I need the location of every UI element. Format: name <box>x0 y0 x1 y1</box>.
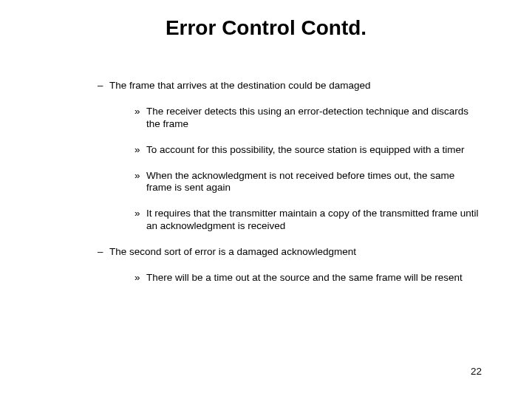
bullet-level2: » There will be a time out at the source… <box>134 272 482 284</box>
bullet-text: It requires that the transmitter maintai… <box>146 208 478 231</box>
bullet-text: There will be a time out at the source a… <box>146 272 463 283</box>
bullet-level1: – The second sort of error is a damaged … <box>98 246 482 284</box>
raquo-icon: » <box>134 170 140 183</box>
dash-icon: – <box>98 246 103 259</box>
raquo-icon: » <box>134 272 140 284</box>
bullet-level2: » It requires that the transmitter maint… <box>134 208 482 233</box>
bullet-text: The frame that arrives at the destinatio… <box>109 80 370 91</box>
slide: Error Control Contd. – The frame that ar… <box>0 0 532 399</box>
bullet-level1: – The frame that arrives at the destinat… <box>98 80 482 233</box>
bullet-text: The receiver detects this using an error… <box>146 106 468 129</box>
bullet-text: When the acknowledgment is not received … <box>146 170 454 194</box>
bullet-text: The second sort of error is a damaged ac… <box>109 246 356 257</box>
dash-icon: – <box>98 80 103 92</box>
slide-title: Error Control Contd. <box>0 16 532 40</box>
raquo-icon: » <box>134 144 140 157</box>
bullet-level2: » When the acknowledgment is not receive… <box>134 170 482 195</box>
bullet-text: To account for this possibility, the sou… <box>146 144 464 155</box>
page-number: 22 <box>471 366 482 377</box>
bullet-level2: » The receiver detects this using an err… <box>134 106 482 131</box>
raquo-icon: » <box>134 106 140 118</box>
bullet-level2: » To account for this possibility, the s… <box>134 144 482 157</box>
raquo-icon: » <box>134 208 140 220</box>
slide-body: – The frame that arrives at the destinat… <box>98 80 482 298</box>
